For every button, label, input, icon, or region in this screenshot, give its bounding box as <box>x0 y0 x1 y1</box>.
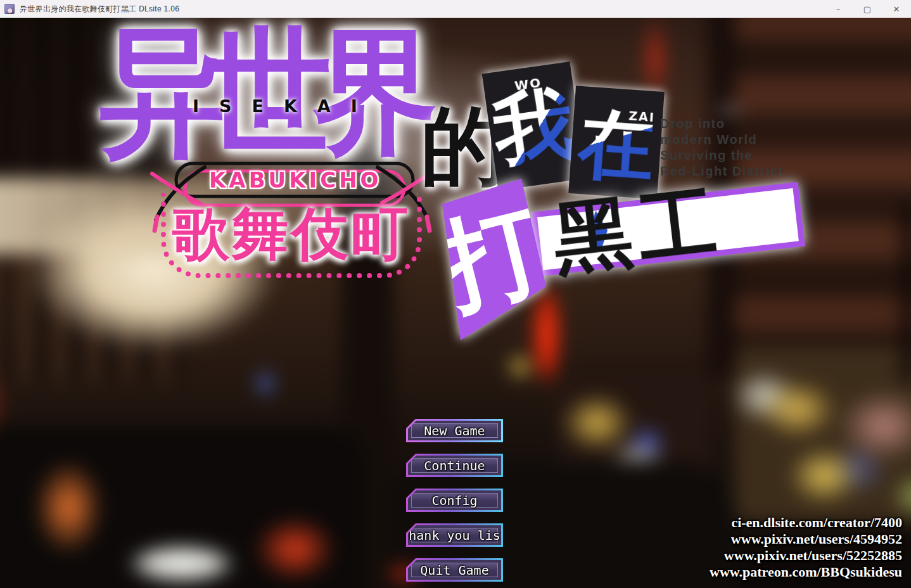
button-frame: New Game <box>408 421 501 440</box>
logo-kabukicho-cn: 歌舞伎町 <box>172 196 411 273</box>
close-button[interactable]: ✕ <box>882 0 911 18</box>
tagline-line: Surviving the <box>660 148 784 163</box>
menu-button-thank-you-list[interactable]: Thank you list <box>406 523 503 547</box>
window-title: 异世界出身的我在歌舞伎町打黑工 DLsite 1.06 <box>20 4 179 15</box>
logo-tagline: Drop into modern World Surviving the Red… <box>660 116 784 179</box>
tagline-line: Red-Light District <box>660 163 784 179</box>
game-window: 异世界出身的我在歌舞伎町打黑工 DLsite 1.06 – ▢ ✕ <box>0 0 911 588</box>
button-frame: Config <box>408 490 501 510</box>
logo-heigong-characters: 黑工 <box>549 181 727 279</box>
maximize-button[interactable]: ▢ <box>853 0 882 18</box>
purple-card-shape: 打 <box>437 174 554 361</box>
logo-kabukicho-en: KABUKICHO <box>209 167 382 193</box>
main-menu: New Game Continue Config Thank you list <box>406 419 503 582</box>
logo-wo-character: 我 <box>488 82 578 172</box>
button-frame: Continue <box>408 456 501 475</box>
creator-links: ci-en.dlsite.com/creator/7400 www.pixiv.… <box>710 514 902 580</box>
logo-da-card: 打 <box>437 174 554 361</box>
minimize-button[interactable]: – <box>824 0 853 18</box>
tagline-line: Drop into <box>660 116 784 132</box>
link-ci-en: ci-en.dlsite.com/creator/7400 <box>710 514 902 531</box>
title-screen: GA 异世界 ISEKAI KABUKICHO 歌舞伎町 的 WO <box>0 18 911 588</box>
button-label: Thank you list <box>401 528 508 543</box>
window-titlebar: 异世界出身的我在歌舞伎町打黑工 DLsite 1.06 – ▢ ✕ <box>0 0 911 18</box>
logo-banner: 黑工 <box>531 182 805 276</box>
button-label: Quit Game <box>420 563 488 578</box>
logo-da-character: 打 <box>431 196 554 319</box>
window-controls: – ▢ ✕ <box>824 0 911 18</box>
link-pixiv-1: www.pixiv.net/users/4594952 <box>710 531 902 547</box>
link-pixiv-2: www.pixiv.net/users/52252885 <box>710 547 902 564</box>
menu-button-quit-game[interactable]: Quit Game <box>406 558 503 582</box>
menu-button-config[interactable]: Config <box>406 489 503 512</box>
button-label: New Game <box>424 423 485 438</box>
button-label: Continue <box>424 458 485 473</box>
link-patreon: www.patreon.com/BBQsukidesu <box>710 564 902 580</box>
logo-isekai-cn: 异世界 <box>100 18 419 167</box>
button-frame: Quit Game <box>408 560 501 580</box>
logo-isekai-en: ISEKAI <box>193 96 378 116</box>
menu-button-continue[interactable]: Continue <box>406 454 503 477</box>
button-frame: Thank you list <box>408 525 501 545</box>
menu-button-new-game[interactable]: New Game <box>406 419 503 442</box>
tagline-line: modern World <box>660 132 784 148</box>
app-icon <box>4 4 15 14</box>
logo-zai-character: 在 <box>576 105 657 186</box>
button-label: Config <box>431 493 477 508</box>
